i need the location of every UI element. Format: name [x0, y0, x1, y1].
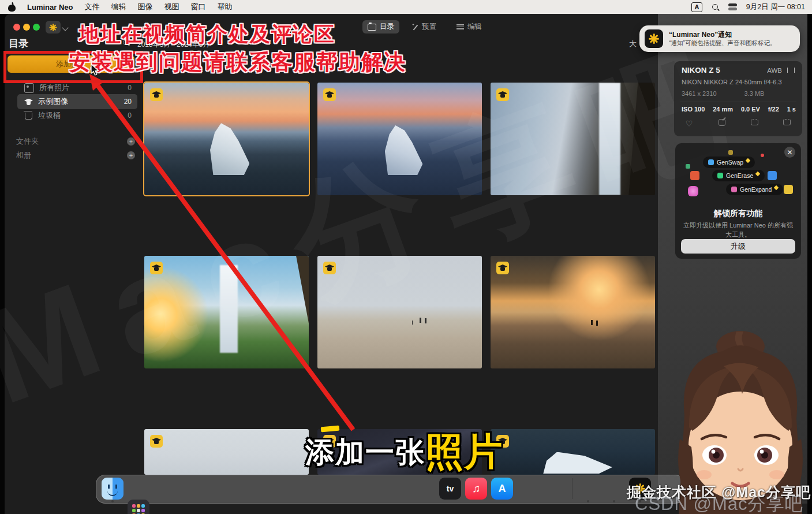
menu-window[interactable]: 窗口	[190, 2, 205, 12]
genexpand-pill[interactable]: GenExpand	[726, 184, 783, 195]
rotate-left-icon[interactable]	[750, 119, 759, 128]
close-icon[interactable]: ✕	[784, 147, 795, 158]
close-window-button[interactable]	[13, 24, 20, 31]
mosaic-icon	[784, 185, 793, 194]
swirl-icon	[690, 171, 699, 180]
add-album-button[interactable]: +	[127, 151, 135, 159]
apple-menu-icon[interactable]	[8, 3, 16, 12]
resolution: 3461 x 2310	[682, 90, 717, 97]
app-menu-title[interactable]: Luminar Neo	[27, 3, 73, 12]
genexpand-label: GenExpand	[740, 186, 772, 193]
sample-badge-icon	[150, 262, 163, 274]
exposure-row: ISO 100 24 mm 0.0 EV f/22 1 s	[682, 106, 796, 113]
group-label: 相册	[16, 150, 31, 161]
presets-wand-icon	[411, 24, 418, 31]
rotate-right-icon[interactable]	[783, 119, 792, 128]
photo-thumbnail-iceberg-dusk[interactable]	[317, 83, 482, 195]
tab-edit-label: 编辑	[467, 22, 482, 32]
menu-view[interactable]: 视图	[164, 2, 179, 12]
sidebar-item-sample-images[interactable]: 示例图像 20	[17, 94, 137, 109]
photo-thumbnail-sunset-beach[interactable]	[491, 256, 655, 368]
photo-thumbnail-gray-sky[interactable]	[144, 429, 309, 475]
genexpand-icon	[731, 187, 737, 192]
menu-image[interactable]: 图像	[137, 2, 152, 12]
screenshot-root: Mac分享吧 Luminar Neo 文件 编辑 图像 视图 窗口 帮助 A 9…	[0, 0, 812, 514]
generase-pill[interactable]: GenErase	[712, 170, 765, 181]
camera-model: NIKON Z 5	[682, 66, 720, 75]
upgrade-title: 解锁所有功能	[675, 208, 801, 219]
white-balance: AWB	[767, 67, 782, 74]
generase-icon	[717, 173, 723, 178]
control-center-icon[interactable]	[728, 3, 737, 10]
exposure-value: 0.0 EV	[741, 106, 760, 113]
luminar-star-button[interactable]	[46, 21, 61, 33]
upgrade-panel: ✕ GenSwap GenErase GenExpand 解锁所有功能 立即升级…	[675, 143, 801, 259]
menu-bar: Luminar Neo 文件 编辑 图像 视图 窗口 帮助 A 9月2日 周一 …	[0, 0, 812, 14]
export-icon[interactable]	[717, 119, 727, 128]
sidebar-item-trash[interactable]: 垃圾桶 0	[17, 108, 137, 123]
sidebar-group-albums[interactable]: 相册 +	[16, 150, 135, 161]
camera-row: NIKON Z 5 AWB	[682, 66, 795, 75]
sidebar-group-folders[interactable]: 文件夹 +	[16, 136, 135, 147]
favorite-heart-icon[interactable]: ♡	[684, 119, 694, 128]
upgrade-body: 立即升级以使用 Luminar Neo 的所有强大工具。	[682, 221, 794, 240]
annotation-line2: 安装遇到问题请联系客服帮助解决	[69, 48, 406, 77]
photos-icon	[24, 83, 34, 93]
menu-bar-left: Luminar Neo 文件 编辑 图像 视图 窗口 帮助	[0, 2, 232, 12]
menu-bar-clock[interactable]: 9月2日 周一 08:01	[746, 2, 805, 12]
input-method-icon[interactable]: A	[691, 2, 702, 12]
sample-badge-icon	[323, 88, 336, 101]
notification-title: “Luminar Neo”通知	[669, 30, 776, 39]
lens-label: NIKON NIKKOR Z 24-50mm f/4-6.3	[682, 79, 782, 85]
edit-sliders-icon	[456, 24, 464, 30]
photo-thumbnail-waterfall-sun[interactable]	[144, 256, 309, 368]
notification-text: “Luminar Neo”通知 “通知”可能包括提醒、声音和图标标记。	[669, 30, 776, 47]
sidebar-item-label: 所有照片	[39, 83, 69, 93]
sidebar-item-label: 示例图像	[38, 96, 68, 107]
sample-badge-icon	[496, 88, 509, 101]
shutter-speed: 1 s	[787, 106, 796, 113]
thumbnail-size-label[interactable]: 大	[629, 39, 637, 49]
spark-icon	[746, 158, 750, 163]
spotlight-search-icon[interactable]	[712, 3, 719, 11]
upgrade-button[interactable]: 升级	[681, 239, 795, 254]
focal-length: 24 mm	[713, 106, 733, 113]
divider	[680, 102, 796, 102]
tab-catalog-label: 目录	[380, 22, 394, 32]
csdn-watermark: CSDN @Mac分享吧	[635, 492, 803, 514]
photo-thumbnail-gray-beach[interactable]	[317, 256, 482, 368]
crop-frame-icon[interactable]	[787, 68, 795, 73]
subtitle-white-text: 添加一张	[305, 433, 425, 472]
menu-edit[interactable]: 编辑	[111, 2, 126, 12]
decorative-icon	[686, 164, 690, 169]
notification-banner[interactable]: “Luminar Neo”通知 “通知”可能包括提醒、声音和图标标记。	[639, 25, 800, 52]
running-indicator	[111, 500, 114, 502]
add-folder-button[interactable]: +	[127, 137, 135, 146]
luminar-star-icon	[50, 24, 57, 31]
annotation-line1: 地址在视频简介处及评论区	[79, 21, 335, 48]
tab-edit[interactable]: 编辑	[451, 20, 487, 33]
tab-presets[interactable]: 预置	[406, 20, 441, 33]
sample-badge-icon	[150, 88, 163, 101]
photo-thumbnail-iceberg-sunset[interactable]	[144, 83, 309, 195]
tab-presets-label: 预置	[422, 22, 436, 32]
adjust-icon	[768, 171, 777, 180]
photo-thumbnail-waterfall-cave[interactable]	[491, 83, 655, 195]
genswap-icon	[708, 159, 714, 165]
zoom-window-button[interactable]	[33, 24, 40, 31]
menu-help[interactable]: 帮助	[217, 2, 232, 12]
iso-value: ISO 100	[682, 106, 705, 113]
spark-icon	[774, 185, 779, 190]
blob-icon	[688, 186, 698, 196]
photo-info-panel: NIKON Z 5 AWB NIKON NIKKOR Z 24-50mm f/4…	[674, 61, 802, 136]
luminar-star-icon	[649, 33, 659, 44]
menu-file[interactable]: 文件	[84, 2, 99, 12]
genswap-label: GenSwap	[717, 159, 743, 166]
dock-finder-icon[interactable]	[102, 478, 124, 500]
video-subtitle: 添加一张 照片	[289, 426, 519, 478]
tab-catalog[interactable]: 目录	[362, 20, 399, 33]
genswap-pill[interactable]: GenSwap	[703, 157, 755, 168]
spark-icon	[755, 172, 760, 176]
minimize-window-button[interactable]	[23, 24, 30, 31]
file-size: 3.3 MB	[744, 90, 765, 97]
